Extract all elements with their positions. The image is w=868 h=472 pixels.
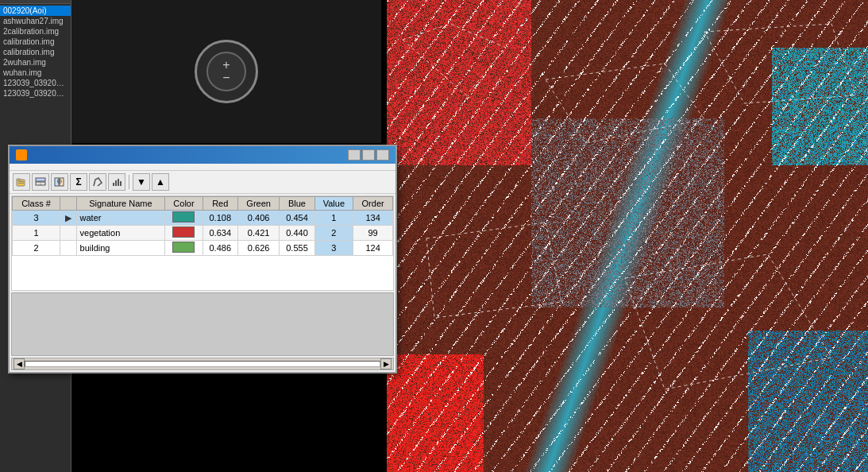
window-controls	[348, 149, 389, 161]
menu-help[interactable]	[89, 165, 102, 168]
menu-evaluate[interactable]	[51, 165, 64, 168]
svg-rect-11	[115, 180, 117, 186]
satellite-canvas	[387, 0, 868, 472]
col-blue: Blue	[280, 197, 314, 211]
menu-file[interactable]	[13, 165, 25, 168]
col-red: Red	[203, 197, 237, 211]
col-green: Green	[237, 197, 280, 211]
cell-class: 1	[13, 226, 60, 241]
satellite-view	[387, 0, 868, 472]
svg-text:⊕: ⊕	[56, 177, 63, 185]
layer-item-4[interactable]: calibration.img	[0, 47, 71, 57]
col-arrow	[60, 197, 77, 211]
cell-arrow: ▶	[60, 211, 77, 226]
cell-blue: 0.440	[280, 226, 314, 241]
cell-color	[165, 211, 203, 226]
minimize-button[interactable]	[348, 149, 361, 161]
toolbar-separator	[129, 175, 129, 189]
cell-class: 2	[13, 241, 60, 256]
cell-arrow	[60, 241, 77, 256]
col-value: Value	[314, 197, 353, 211]
svg-rect-3	[18, 183, 24, 184]
svg-rect-1	[17, 179, 21, 180]
cell-green: 0.626	[237, 241, 280, 256]
svg-text:↓: ↓	[39, 180, 42, 186]
cell-blue: 0.555	[280, 241, 314, 256]
cell-name: building	[76, 241, 165, 256]
toolbar-histogram-btn[interactable]	[108, 173, 125, 191]
polygon-icon	[92, 176, 103, 188]
layer-item-1[interactable]: ashwuhan27.img	[0, 16, 71, 26]
layer-item-8[interactable]: 123039_0392003C	[0, 88, 71, 99]
layer-item-0[interactable]: 002920(Aoi)	[0, 6, 71, 16]
compass: + −	[195, 40, 258, 103]
table-header-row: Class # Signature Name Color Red Green B…	[13, 197, 393, 211]
cell-class: 3	[13, 211, 60, 226]
svg-rect-13	[120, 181, 122, 186]
histogram-icon	[111, 176, 122, 188]
cell-green: 0.406	[237, 211, 280, 226]
cell-green: 0.421	[237, 226, 280, 241]
cell-red: 0.634	[203, 226, 237, 241]
toolbar-open-btn[interactable]	[13, 173, 30, 191]
cell-order: 99	[353, 226, 393, 241]
sig-empty-area	[11, 292, 394, 356]
scrollbar-track[interactable]	[25, 361, 380, 367]
menu-edit[interactable]	[25, 165, 38, 168]
add-row-icon: ↓	[35, 176, 46, 188]
svg-rect-10	[113, 183, 114, 186]
table-row[interactable]: 3 ▶ water 0.108 0.406 0.454 1 134	[13, 211, 393, 226]
layer-item-2[interactable]: 2calibration.img	[0, 26, 71, 37]
maximize-button[interactable]	[362, 149, 375, 161]
cell-value: 3	[314, 241, 353, 256]
menu-classify[interactable]	[76, 165, 89, 168]
cell-red: 0.108	[203, 211, 237, 226]
cell-value: 2	[314, 226, 353, 241]
close-button[interactable]	[376, 149, 389, 161]
cell-arrow	[60, 226, 77, 241]
cell-order: 124	[353, 241, 393, 256]
toolbar-down-btn[interactable]: ▼	[133, 173, 150, 191]
menu-feature[interactable]	[64, 165, 76, 168]
horizontal-scrollbar[interactable]: ◀ ▶	[11, 358, 394, 370]
zoom-in-icon[interactable]: +	[222, 59, 230, 72]
compass-area: + −	[71, 0, 381, 143]
toolbar-polygon-btn[interactable]	[89, 173, 106, 191]
compass-inner: + −	[206, 52, 246, 91]
signature-table: Class # Signature Name Color Red Green B…	[12, 196, 393, 256]
svg-rect-2	[18, 181, 24, 182]
cell-blue: 0.454	[280, 211, 314, 226]
signature-editor-dialog: ↓ ⊕ Σ ▼ ▲	[8, 145, 397, 373]
col-class: Class #	[13, 197, 60, 211]
signature-table-body: 3 ▶ water 0.108 0.406 0.454 1 134 1 vege…	[13, 211, 393, 256]
col-order: Order	[353, 197, 393, 211]
layer-item-3[interactable]: calibration.img	[0, 37, 71, 47]
toolbar-up-btn[interactable]: ▲	[152, 173, 169, 191]
zoom-out-icon[interactable]: −	[222, 72, 230, 84]
scroll-left-btn[interactable]: ◀	[14, 358, 25, 369]
signature-table-container[interactable]: Class # Signature Name Color Red Green B…	[11, 195, 394, 291]
toolbar-add-btn[interactable]: ↓	[32, 173, 49, 191]
dialog-title-bar[interactable]	[10, 146, 395, 164]
open-icon	[16, 176, 27, 188]
table-row[interactable]: 1 vegetation 0.634 0.421 0.440 2 99	[13, 226, 393, 241]
menu-bar	[10, 164, 395, 171]
layer-item-7[interactable]: 123039_0392003C	[0, 78, 71, 88]
col-name: Signature Name	[76, 197, 165, 211]
cell-color	[165, 226, 203, 241]
cell-red: 0.486	[203, 241, 237, 256]
layer-item-6[interactable]: wuhan.img	[0, 68, 71, 78]
merge-icon: ⊕	[54, 176, 65, 188]
cell-color	[165, 241, 203, 256]
table-row[interactable]: 2 building 0.486 0.626 0.555 3 124	[13, 241, 393, 256]
toolbar-stats-btn[interactable]: Σ	[70, 173, 87, 191]
toolbar-merge-btn[interactable]: ⊕	[51, 173, 68, 191]
cell-name: water	[76, 211, 165, 226]
svg-rect-12	[118, 179, 119, 186]
layer-list: 002920(Aoi)ashwuhan27.img2calibration.im…	[0, 4, 71, 100]
layer-item-5[interactable]: 2wuhan.img	[0, 57, 71, 68]
scroll-right-btn[interactable]: ▶	[380, 358, 392, 369]
menu-view[interactable]	[38, 165, 51, 168]
cell-order: 134	[353, 211, 393, 226]
dialog-title-section	[16, 149, 31, 161]
